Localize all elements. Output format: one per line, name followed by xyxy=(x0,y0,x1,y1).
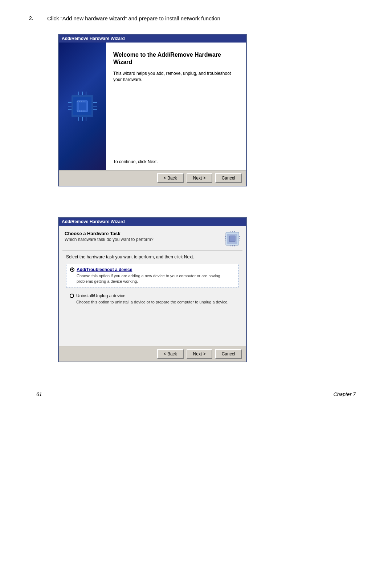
wizard-task-instruction: Select the hardware task you want to per… xyxy=(66,254,239,259)
svg-rect-15 xyxy=(79,102,86,110)
step-2: 2. Click “Add new hardware wizard” and p… xyxy=(29,15,363,23)
wizard-titlebar-1: Add/Remove Hardware Wizard xyxy=(59,35,246,43)
task-header-icon xyxy=(224,231,240,247)
cancel-button-2[interactable]: Cancel xyxy=(215,349,242,359)
next-button-2[interactable]: Next > xyxy=(187,349,212,359)
wizard-sidebar xyxy=(59,43,106,170)
next-button-1[interactable]: Next > xyxy=(187,173,212,183)
wizard-footer-2: < Back Next > Cancel xyxy=(59,346,246,362)
svg-rect-28 xyxy=(229,236,235,242)
back-button-2[interactable]: < Back xyxy=(157,349,184,359)
page-number: 61 xyxy=(36,391,42,397)
wizard-continue-text: To continue, click Next. xyxy=(113,145,239,164)
cancel-button-1[interactable]: Cancel xyxy=(215,173,242,183)
radio-option-2-label[interactable]: Uninstall/Unplug a device xyxy=(70,293,235,298)
radio-2-circle[interactable] xyxy=(70,294,74,298)
radio-option-2-desc: Choose this option to uninstall a device… xyxy=(76,299,235,305)
radio-option-1-desc: Choose this option if you are adding a n… xyxy=(77,273,235,285)
wizard-task-content: Select the hardware task you want to per… xyxy=(59,251,246,346)
wizard-welcome-desc: This wizard helps you add, remove, unplu… xyxy=(113,71,239,83)
chapter-label: Chapter 7 xyxy=(334,391,356,397)
radio-option-1-box[interactable]: Add/Troubleshoot a device Choose this op… xyxy=(66,264,239,288)
step-number: 2. xyxy=(29,15,40,23)
radio-option-2-plain[interactable]: Uninstall/Unplug a device Choose this op… xyxy=(66,290,239,308)
wizard-task-title: Choose a Hardware Task xyxy=(65,231,224,236)
step-description: Click “Add new hardware wizard” and prep… xyxy=(47,15,220,23)
wizard-task-header: Choose a Hardware Task Which hardware ta… xyxy=(59,226,246,250)
wizard-dialog-task: Add/Remove Hardware Wizard Choose a Hard… xyxy=(58,217,247,362)
wizard-task-title-block: Choose a Hardware Task Which hardware ta… xyxy=(65,231,224,242)
wizard-welcome-title: Welcome to the Add/Remove Hardware Wizar… xyxy=(113,51,239,67)
wizard-task-subtitle: Which hardware task do you want to perfo… xyxy=(65,237,224,242)
wizard-art xyxy=(59,43,106,170)
wizard-titlebar-2: Add/Remove Hardware Wizard xyxy=(59,218,246,226)
wizard-footer-1: < Back Next > Cancel xyxy=(59,170,246,186)
wizard-body-welcome: Welcome to the Add/Remove Hardware Wizar… xyxy=(59,43,246,170)
wizard-hardware-icon xyxy=(64,88,101,124)
radio-1-circle[interactable] xyxy=(70,267,74,272)
page-footer: 61 Chapter 7 xyxy=(29,391,363,397)
radio-option-1-label[interactable]: Add/Troubleshoot a device xyxy=(70,267,235,272)
back-button-1[interactable]: < Back xyxy=(157,173,184,183)
wizard-dialog-welcome: Add/Remove Hardware Wizard xyxy=(58,34,247,186)
wizard-welcome-content: Welcome to the Add/Remove Hardware Wizar… xyxy=(106,43,246,170)
